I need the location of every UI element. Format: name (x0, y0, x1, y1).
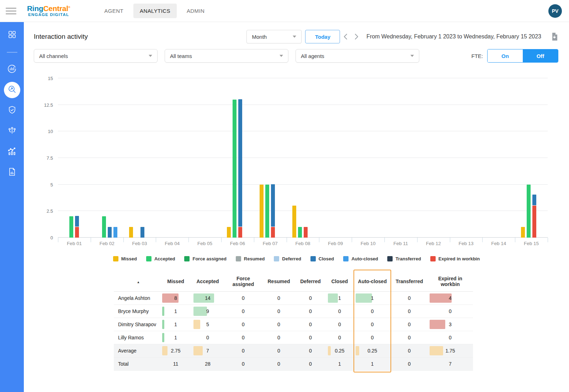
overview-chart-icon (7, 64, 17, 75)
chart-day-group (156, 78, 188, 238)
teams-select[interactable]: All teams (165, 49, 288, 63)
sidebar-item-overview[interactable] (4, 61, 20, 78)
tab-analytics[interactable]: ANALYTICS (133, 4, 177, 18)
legend-item[interactable]: Deferred (274, 256, 301, 261)
value-cell: 0 (391, 331, 427, 344)
legend-item[interactable]: Closed (310, 256, 334, 261)
column-header[interactable]: Transferred (391, 271, 427, 292)
table-row: Total11280001107 (114, 357, 473, 371)
column-header[interactable]: Deferred (295, 271, 326, 292)
menu-icon[interactable] (6, 8, 16, 14)
agents-select[interactable]: All agents (296, 49, 419, 63)
cell-heat-bar (356, 346, 359, 355)
sidebar-item-statistics[interactable] (4, 144, 20, 160)
next-period-button[interactable] (352, 32, 361, 41)
sidebar-item-interaction-search[interactable] (4, 82, 20, 98)
chart-day-group (221, 78, 254, 238)
cell-value: 0 (338, 308, 341, 314)
export-button[interactable] (551, 33, 558, 41)
value-cell: 4 (427, 292, 473, 305)
column-header[interactable]: Resumed (262, 271, 295, 292)
sidebar-item-moderation[interactable] (4, 102, 20, 119)
cell-value: 7 (449, 361, 452, 367)
value-cell: 0 (262, 305, 295, 318)
value-cell: 7 (427, 357, 473, 371)
legend-item[interactable]: Expired in workbin (430, 256, 480, 261)
today-button[interactable]: Today (305, 30, 340, 43)
user-avatar[interactable]: PV (548, 4, 562, 18)
legend-item[interactable]: Force assigned (184, 256, 226, 261)
period-select-value: Month (252, 34, 267, 40)
value-cell: 0.25 (326, 344, 353, 357)
column-header[interactable]: Auto-closed (353, 271, 391, 292)
y-axis-tick-label: 12.5 (35, 102, 53, 107)
x-axis-tick (417, 238, 418, 242)
chart-day-group (352, 78, 384, 238)
column-header[interactable]: Expired in workbin (427, 271, 473, 292)
chart-day-group (254, 78, 287, 238)
chart-bar-segment (265, 185, 269, 238)
legend-swatch (146, 256, 151, 261)
channels-select[interactable]: All channels (34, 49, 158, 63)
legend-item[interactable]: Accepted (146, 256, 175, 261)
value-cell: 0 (295, 305, 326, 318)
interaction-activity-chart: 02.557.51012.515 Feb 01Feb 02Feb 03Feb 0… (34, 78, 548, 248)
channels-select-value: All channels (39, 53, 68, 59)
legend-label: Expired in workbin (438, 256, 480, 261)
period-select[interactable]: Month (246, 30, 302, 43)
chart-day-group (515, 78, 548, 238)
chart-bar-slot (75, 216, 79, 238)
chart-x-axis: Feb 01Feb 02Feb 03Feb 04Feb 05Feb 06Feb … (58, 238, 548, 248)
table-row: Average2.7570000.250.2501.75 (114, 344, 473, 357)
legend-label: Transferred (395, 256, 421, 261)
table-row: Dimitry Sharapov150000003 (114, 318, 473, 331)
x-axis-tick (384, 238, 385, 242)
row-name-cell: Total (114, 357, 160, 371)
sidebar-item-routing[interactable] (4, 123, 20, 139)
chart-bar-slot (140, 227, 144, 238)
chevron-right-icon (355, 33, 358, 40)
value-cell: 0 (427, 305, 473, 318)
legend-item[interactable]: Auto-closed (343, 256, 378, 261)
chart-bar-segment (113, 227, 117, 238)
chart-bar-segment (304, 227, 308, 238)
cell-value: 0 (277, 361, 280, 367)
y-axis-tick-label: 2.5 (35, 208, 53, 214)
y-axis-tick-label: 5 (35, 182, 53, 187)
sidebar-item-reports[interactable] (4, 164, 20, 181)
fte-off-option[interactable]: Off (523, 49, 558, 62)
logo-trademark: ® (68, 6, 70, 9)
tab-admin[interactable]: ADMIN (180, 4, 211, 18)
column-header[interactable]: Closed (326, 271, 353, 292)
column-header[interactable]: Missed (160, 271, 191, 292)
table-body: Angela Ashton8140001104Bryce Murphy19000… (114, 292, 473, 371)
page-title: Interaction activity (34, 33, 88, 41)
value-cell: 0 (295, 331, 326, 344)
x-axis-tick (188, 238, 189, 242)
cell-value: 0 (242, 348, 245, 354)
table-row: Angela Ashton8140001104 (114, 292, 473, 305)
x-axis-tick (482, 238, 483, 242)
legend-item[interactable]: Transferred (387, 256, 421, 261)
sort-column-header[interactable]: ▲ (114, 271, 160, 292)
x-axis-label: Feb 14 (482, 238, 515, 248)
column-header[interactable]: Force assigned (224, 271, 262, 292)
legend-swatch (274, 256, 279, 261)
legend-item[interactable]: Missed (113, 256, 137, 261)
prev-period-button[interactable] (341, 32, 350, 41)
tab-agent[interactable]: AGENT (98, 4, 130, 18)
column-header[interactable]: Accepted (191, 271, 224, 292)
x-axis-label: Feb 08 (287, 238, 319, 248)
value-cell: 0 (295, 344, 326, 357)
cell-heat-bar (430, 293, 452, 303)
y-axis-tick-label: 10 (35, 129, 53, 134)
chart-bar-slot (271, 184, 275, 238)
legend-item[interactable]: Resumed (236, 256, 265, 261)
sidebar-item-dashboard[interactable] (4, 27, 20, 43)
chevron-down-icon (149, 55, 152, 57)
cell-value: 0 (309, 335, 312, 340)
cell-value: 28 (205, 361, 211, 367)
y-axis-tick-label: 7.5 (35, 155, 53, 161)
fte-on-option[interactable]: On (488, 49, 523, 62)
value-cell: 0 (391, 292, 427, 305)
